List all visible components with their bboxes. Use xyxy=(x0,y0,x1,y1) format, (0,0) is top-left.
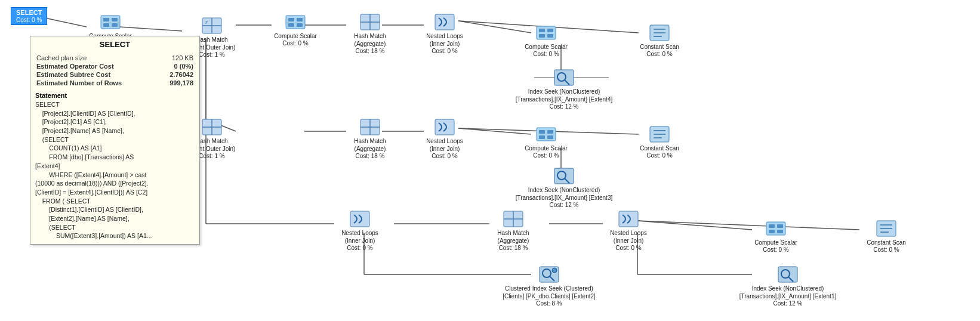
constant-scan-bot-node[interactable]: Constant Scan Cost: 0 % xyxy=(853,220,919,253)
nested-loops-2-cost: Cost: 0 % xyxy=(412,153,477,159)
svg-rect-38 xyxy=(288,23,294,27)
svg-rect-29 xyxy=(103,23,109,27)
clustered-index-seek-label2: [Clients].[PK_dbo.Clients] [Extent2] xyxy=(489,292,609,300)
hash-match-ro1-icon: # xyxy=(201,17,223,35)
compute-scalar-top-cost: Cost: 0 % xyxy=(513,51,579,57)
index-seek-2-node[interactable]: Index Seek (NonClustered) [Transactions]… xyxy=(513,167,615,208)
cached-plan-label: Cached plan size xyxy=(35,54,158,62)
compute-scalar-2-icon xyxy=(285,13,306,31)
constant-scan-top-node[interactable]: Constant Scan Cost: 0 % xyxy=(627,24,692,57)
index-seek-3-icon xyxy=(777,266,799,283)
constant-scan-mid-cost: Cost: 0 % xyxy=(627,152,692,159)
compute-scalar-bot-node[interactable]: Compute Scalar Cost: 0 % xyxy=(743,220,809,253)
table-row: Estimated Operator Cost 0 (0%) xyxy=(35,62,195,70)
index-seek-1-node[interactable]: Index Seek (NonClustered) [Transactions]… xyxy=(513,69,615,110)
svg-rect-27 xyxy=(103,18,109,21)
svg-rect-39 xyxy=(297,23,303,27)
svg-rect-66 xyxy=(539,135,545,139)
index-seek-3-label1: Index Seek (NonClustered) xyxy=(734,285,842,292)
index-seek-3-cost: Cost: 12 % xyxy=(734,300,842,307)
nested-loops-3-icon xyxy=(349,210,371,228)
svg-rect-82 xyxy=(777,224,783,228)
select-button[interactable]: SELECT Cost: 0 % xyxy=(11,7,47,25)
svg-rect-64 xyxy=(539,130,545,134)
compute-scalar-top-node[interactable]: Compute Scalar Cost: 0 % xyxy=(513,24,579,57)
compute-scalar-mid-icon xyxy=(535,125,557,143)
nested-loops-2-node[interactable]: Nested Loops (Inner Join) Cost: 0 % xyxy=(412,118,477,159)
nested-loops-3-cost: Cost: 0 % xyxy=(327,245,393,251)
compute-scalar-mid-label: Compute Scalar xyxy=(513,144,579,152)
info-panel: SELECT Cached plan size 120 KB Estimated… xyxy=(30,36,200,245)
nested-loops-2-label1: Nested Loops xyxy=(412,137,477,145)
svg-rect-48 xyxy=(547,34,553,38)
clustered-index-seek-node[interactable]: Clustered Index Seek (Clustered) [Client… xyxy=(489,266,609,307)
index-seek-3-node[interactable]: Index Seek (NonClustered) [Transactions]… xyxy=(734,266,842,307)
index-seek-2-cost: Cost: 12 % xyxy=(513,202,615,208)
hash-match-ro2-icon xyxy=(201,118,223,136)
table-row: Estimated Subtree Cost 2.76042 xyxy=(35,70,195,79)
index-seek-1-cost: Cost: 12 % xyxy=(513,103,615,110)
svg-rect-62 xyxy=(435,119,454,135)
hash-match-agg1-node[interactable]: Hash Match (Aggregate) Cost: 18 % xyxy=(334,13,406,54)
svg-rect-83 xyxy=(769,230,775,233)
index-seek-2-label2: [Transactions].[IX_Amount] [Extent3] xyxy=(513,194,615,202)
index-seek-2-label1: Index Seek (NonClustered) xyxy=(513,186,615,194)
statement-label: Statement xyxy=(35,92,195,99)
compute-scalar-mid-node[interactable]: Compute Scalar Cost: 0 % xyxy=(513,125,579,159)
index-seek-3-label2: [Transactions].[IX_Amount] [Extent1] xyxy=(734,292,842,300)
table-row: Cached plan size 120 KB xyxy=(35,54,195,62)
hash-match-agg2-label1: Hash Match xyxy=(334,137,406,145)
constant-scan-top-icon xyxy=(649,24,670,42)
hash-match-agg3-label1: Hash Match xyxy=(477,229,549,237)
constant-scan-bot-icon xyxy=(876,220,897,237)
svg-text:#: # xyxy=(205,20,208,24)
compute-scalar-1-icon xyxy=(100,13,121,31)
compute-scalar-bot-icon xyxy=(765,220,787,237)
hash-match-agg2-node[interactable]: Hash Match (Aggregate) Cost: 18 % xyxy=(334,118,406,159)
nested-loops-1-label2: (Inner Join) xyxy=(412,40,477,48)
hash-match-agg2-label2: (Aggregate) xyxy=(334,145,406,153)
hash-match-agg1-cost: Cost: 18 % xyxy=(334,48,406,54)
svg-rect-28 xyxy=(112,18,118,21)
panel-title: SELECT xyxy=(35,40,195,49)
nested-loops-1-icon xyxy=(434,13,455,31)
svg-rect-36 xyxy=(288,18,294,21)
nested-loops-3-label1: Nested Loops xyxy=(327,229,393,237)
svg-point-92 xyxy=(552,268,557,273)
constant-scan-top-cost: Cost: 0 % xyxy=(627,51,692,57)
constant-scan-bot-cost: Cost: 0 % xyxy=(853,246,919,253)
hash-match-agg3-node[interactable]: Hash Match (Aggregate) Cost: 18 % xyxy=(477,210,549,251)
nested-loops-3-node[interactable]: Nested Loops (Inner Join) Cost: 0 % xyxy=(327,210,393,251)
compute-scalar-2-cost: Cost: 0 % xyxy=(263,40,328,47)
constant-scan-mid-icon xyxy=(649,125,670,143)
svg-rect-81 xyxy=(769,224,775,228)
nested-loops-3-label2: (Inner Join) xyxy=(327,237,393,245)
constant-scan-mid-label: Constant Scan xyxy=(627,144,692,152)
clustered-index-seek-icon xyxy=(538,266,560,283)
hash-match-agg1-label2: (Aggregate) xyxy=(334,40,406,48)
compute-scalar-2-node[interactable]: Compute Scalar Cost: 0 % xyxy=(263,13,328,47)
index-seek-2-icon xyxy=(553,167,575,185)
main-container: SELECT Cost: 0 % SELECT Cached plan size… xyxy=(0,0,980,321)
svg-rect-67 xyxy=(547,135,553,139)
constant-scan-mid-node[interactable]: Constant Scan Cost: 0 % xyxy=(627,125,692,159)
hash-match-agg3-label2: (Aggregate) xyxy=(477,237,549,245)
est-operator-label: Estimated Operator Cost xyxy=(35,62,158,70)
nested-loops-4-node[interactable]: Nested Loops (Inner Join) Cost: 0 % xyxy=(596,210,661,251)
nested-loops-1-node[interactable]: Nested Loops (Inner Join) Cost: 0 % xyxy=(412,13,477,54)
svg-rect-79 xyxy=(619,211,638,227)
cached-plan-value: 120 KB xyxy=(158,54,195,62)
info-table: Cached plan size 120 KB Estimated Operat… xyxy=(35,54,195,87)
compute-scalar-top-icon xyxy=(535,24,557,42)
hash-match-agg1-label1: Hash Match xyxy=(334,32,406,40)
svg-rect-37 xyxy=(297,18,303,21)
nested-loops-4-cost: Cost: 0 % xyxy=(596,245,661,251)
compute-scalar-2-label: Compute Scalar xyxy=(263,32,328,40)
index-seek-1-label1: Index Seek (NonClustered) xyxy=(513,88,615,95)
nested-loops-2-label2: (Inner Join) xyxy=(412,145,477,153)
select-label: SELECT xyxy=(16,9,42,16)
svg-rect-45 xyxy=(539,29,545,32)
hash-match-agg1-icon xyxy=(359,13,381,31)
est-rows-value: 999,178 xyxy=(158,79,195,87)
svg-rect-75 xyxy=(350,211,369,227)
